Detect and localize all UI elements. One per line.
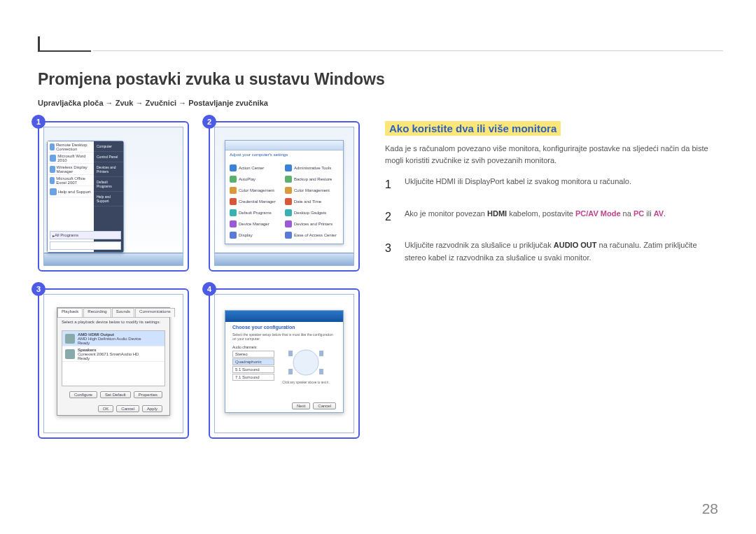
step-3: 3 Uključite razvodnik za slušalice u pri… xyxy=(385,239,718,264)
svg-point-0 xyxy=(293,350,318,375)
all-programs: ▸ All Programs xyxy=(50,231,121,239)
sound-dialog: PlaybackRecordingSoundsCommunications Se… xyxy=(57,307,170,416)
screenshot-4: 4 Choose your configuration Select the s… xyxy=(209,288,360,439)
screenshot-3: 3 PlaybackRecordingSoundsCommunications … xyxy=(38,288,189,439)
apply-button: Apply xyxy=(142,405,162,412)
screenshot-2: 2 Adjust your computer's settings Action… xyxy=(209,121,360,272)
set-default-button: Set Default xyxy=(100,391,131,398)
step-1: 1 Uključite HDMI ili DisplayPort kabel i… xyxy=(385,176,718,194)
cancel-button: Cancel xyxy=(313,402,336,409)
page-number: 28 xyxy=(702,500,718,517)
screenshot-1: 1 Remote Desktop ConnectionMicrosoft Wor… xyxy=(38,121,189,272)
instructions-column: Ako koristite dva ili više monitora Kada… xyxy=(385,121,718,278)
svg-rect-1 xyxy=(288,351,293,356)
speaker-diagram: Click any speaker above to test it. xyxy=(281,345,330,380)
speaker-setup-dialog: Choose your configuration Select the spe… xyxy=(225,310,344,413)
taskbar xyxy=(44,253,183,265)
search-input xyxy=(50,241,121,250)
svg-rect-4 xyxy=(319,369,323,374)
svg-rect-3 xyxy=(288,369,293,374)
step-2: 2 Ako je monitor povezan HDMI kabelom, p… xyxy=(385,208,718,226)
intro-text: Kada je s računalom povezano više monito… xyxy=(385,143,718,166)
configure-button: Configure xyxy=(69,391,97,398)
page-title: Promjena postavki zvuka u sustavu Window… xyxy=(38,70,718,89)
cancel-button: Cancel xyxy=(116,405,139,412)
section-highlight: Ako koristite dva ili više monitora xyxy=(385,121,561,136)
next-button: Next xyxy=(292,402,310,409)
svg-rect-2 xyxy=(319,351,323,356)
ok-button: OK xyxy=(98,405,114,412)
page-content: Promjena postavki zvuka u sustavu Window… xyxy=(38,70,718,439)
control-panel-window: Adjust your computer's settings Action C… xyxy=(225,140,344,244)
screenshots-column: 1 Remote Desktop ConnectionMicrosoft Wor… xyxy=(38,121,360,439)
properties-button: Properties xyxy=(134,391,162,398)
header-bracket xyxy=(38,36,91,52)
breadcrumb: Upravljačka ploča → Zvuk → Zvučnici → Po… xyxy=(38,99,718,107)
start-menu: Remote Desktop ConnectionMicrosoft Word … xyxy=(47,141,124,253)
